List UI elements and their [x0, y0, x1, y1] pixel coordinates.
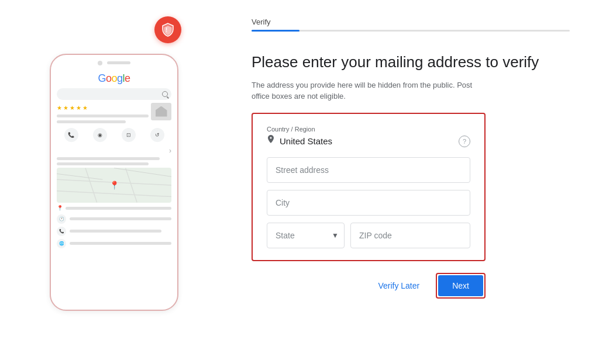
state-select-wrap: State Alabama Alaska Arizona California … [267, 223, 345, 248]
svg-line-2 [85, 168, 97, 202]
country-row: United States ? [267, 135, 470, 148]
help-icon[interactable]: ? [459, 136, 470, 147]
search-icon [162, 91, 168, 97]
star-2: ★ [63, 105, 68, 111]
gray-line-2 [57, 120, 126, 123]
right-panel: Verify Please enter your mailing address… [228, 0, 599, 364]
star-3: ★ [70, 105, 75, 111]
star-4: ★ [76, 105, 81, 111]
chevron-right-icon: › [57, 147, 171, 155]
bottom-rows: 🕐 📞 🌐 [57, 214, 171, 248]
bottom-row-3: 🌐 [57, 239, 171, 248]
country-left: United States [267, 135, 332, 148]
phone-content: Google ★ ★ ★ ★ ★ 📞 [51, 69, 177, 255]
verify-header: Verify [252, 18, 570, 32]
location-row: 📍 [57, 205, 171, 212]
street-address-input[interactable] [267, 157, 470, 183]
photo-action-icon: ⊡ [122, 128, 136, 142]
form-box: Country / Region United States ? [252, 113, 486, 261]
progress-fill [252, 30, 300, 32]
map-pin-icon: 📍 [109, 181, 119, 190]
svg-line-1 [57, 190, 171, 196]
phone-mockup: Google ★ ★ ★ ★ ★ 📞 [50, 54, 178, 311]
phone-speaker [107, 61, 130, 64]
google-logo: Google [57, 72, 171, 85]
bottom-row-1: 🕐 [57, 214, 171, 224]
shield-badge: ! [154, 16, 181, 43]
country-name: United States [280, 136, 332, 146]
phone-camera [98, 61, 102, 65]
phone-action-icon: 📞 [64, 128, 78, 142]
globe-icon-small: 🌐 [57, 239, 66, 248]
state-select[interactable]: State Alabama Alaska Arizona California … [267, 223, 345, 248]
verify-label: Verify [252, 18, 570, 26]
shield-icon: ! [161, 23, 174, 37]
zip-input[interactable] [350, 223, 470, 248]
direction-action-icon: ◉ [93, 128, 107, 142]
clock-icon-small: 🕐 [57, 214, 66, 224]
state-zip-row: State Alabama Alaska Arizona California … [267, 223, 470, 248]
gray-line-4 [57, 162, 149, 165]
left-panel: Google ★ ★ ★ ★ ★ 📞 [0, 0, 228, 364]
phone-icon-small: 📞 [57, 227, 66, 236]
location-pin-icon [267, 135, 275, 148]
svg-text:!: ! [166, 27, 167, 33]
bottom-row-2: 📞 [57, 227, 171, 236]
page-description: The address you provide here will be hid… [252, 79, 474, 102]
verify-later-button[interactable]: Verify Later [371, 276, 426, 295]
country-region-section: Country / Region United States ? [267, 126, 470, 148]
progress-bar [252, 30, 570, 32]
store-icon [151, 103, 171, 120]
phone-top-bar [51, 55, 177, 69]
star-1: ★ [57, 105, 62, 111]
address-line [66, 207, 171, 210]
next-button-wrap: Next [436, 273, 486, 299]
city-input[interactable] [267, 190, 470, 216]
svg-line-3 [126, 168, 137, 202]
gray-line-3 [57, 157, 160, 160]
location-icon: 📍 [57, 205, 63, 211]
share-action-icon: ↺ [150, 128, 164, 142]
country-region-label: Country / Region [267, 126, 470, 133]
gray-line-1 [57, 115, 149, 117]
svg-line-5 [114, 168, 171, 176]
map-section: 📍 [57, 168, 171, 203]
bottom-line-1 [70, 217, 171, 220]
action-icons-row: 📞 ◉ ⊡ ↺ [57, 128, 171, 142]
page-title: Please enter your mailing address to ver… [252, 53, 570, 72]
buttons-row: Verify Later Next [252, 273, 486, 299]
next-button[interactable]: Next [438, 275, 483, 296]
svg-line-4 [57, 174, 102, 179]
results-section: ★ ★ ★ ★ ★ [57, 105, 171, 123]
bottom-line-3 [70, 242, 171, 245]
search-bar-mock [57, 88, 171, 100]
bottom-line-2 [70, 230, 161, 233]
star-5: ★ [82, 105, 88, 111]
